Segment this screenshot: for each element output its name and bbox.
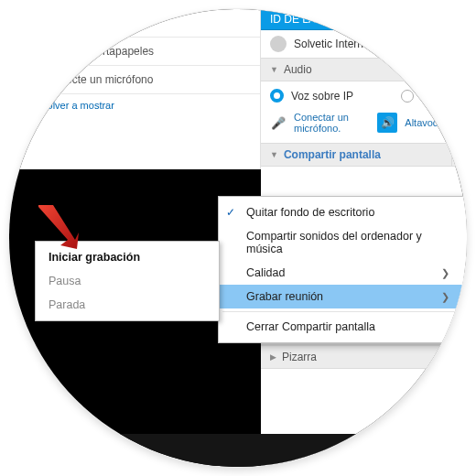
check-icon: ✓: [226, 206, 235, 219]
audio-devices-row: 🎤 Conectar un micrófono. 🔊 Altavoces ▾: [261, 108, 467, 143]
notification-item: …r en el portapapeles: [9, 38, 260, 66]
tray-chevron-icon[interactable]: ˄: [369, 444, 374, 457]
notification-item: Conecte un micrófono: [9, 66, 260, 94]
microphone-icon: 🎤: [270, 116, 287, 130]
menu-share-sounds[interactable]: Compartir sonidos del ordenador y música: [219, 224, 467, 261]
share-screen-header[interactable]: ▼ Compartir pantalla ⚙: [261, 143, 467, 167]
menu-separator: [222, 311, 466, 312]
tray-language[interactable]: ESP: [432, 444, 454, 457]
on-off-label: On: [450, 329, 462, 339]
gear-icon[interactable]: ⚙: [451, 144, 467, 166]
submenu-stop[interactable]: Parada: [36, 293, 219, 317]
chevron-right-icon: ▶: [270, 352, 276, 362]
speaker-button[interactable]: 🔊: [377, 113, 397, 133]
tray-monitor-icon[interactable]: 🖵: [385, 444, 396, 457]
notification-item: …ectrónico: [9, 9, 260, 38]
presenter-name: Solvetic Internet (Poner…: [294, 38, 419, 50]
footer-url[interactable]: www.te…: [261, 369, 467, 391]
connect-mic-link[interactable]: Conectar un micrófono.: [294, 112, 370, 134]
meeting-id-bar[interactable]: ID DE LA REU…: [261, 9, 467, 30]
menu-close-share[interactable]: Cerrar Compartir pantalla: [219, 315, 467, 339]
divider-pipe: |: [26, 100, 34, 111]
menu-record-meeting[interactable]: Grabar reunión ❯: [219, 285, 467, 308]
speakers-link[interactable]: Altavoces: [405, 117, 449, 128]
chevron-down-icon[interactable]: ▾: [458, 118, 462, 127]
windows-taskbar: ˄ 🖵 🔈 ESP: [9, 434, 467, 467]
phone-label: Teléfono: [421, 90, 462, 103]
presenter-row[interactable]: Solvetic Internet (Poner…: [261, 30, 467, 58]
chevron-down-icon: ▼: [270, 150, 278, 159]
chevron-right-icon: ❯: [441, 267, 449, 279]
circular-viewport: …ectrónico …r en el portapapeles Conecte…: [9, 9, 467, 467]
audio-section-header[interactable]: ▼ Audio: [261, 58, 467, 81]
menu-quality[interactable]: Calidad ❯: [219, 261, 467, 285]
do-not-show-link[interactable]: |o volver a mostrar: [9, 94, 260, 116]
avatar: [270, 36, 287, 52]
share-context-menu: ✓ Quitar fondo de escritorio Compartir s…: [218, 196, 467, 343]
menu-remove-background[interactable]: ✓ Quitar fondo de escritorio: [219, 200, 467, 224]
tray-volume-icon[interactable]: 🔈: [407, 444, 421, 457]
audio-mode-row: Voz sobre IP Teléfono: [261, 81, 467, 108]
chevron-down-icon: ▼: [270, 65, 278, 74]
whiteboard-section-header[interactable]: ▶ Pizarra: [261, 345, 467, 369]
notifications-pane: …ectrónico …r en el portapapeles Conecte…: [9, 9, 261, 169]
submenu-start-recording[interactable]: Iniciar grabación: [36, 245, 219, 269]
voip-label: Voz sobre IP: [291, 90, 394, 103]
radio-phone[interactable]: [401, 90, 414, 103]
radio-voip[interactable]: [270, 89, 284, 103]
submenu-pause[interactable]: Pausa: [36, 269, 219, 293]
chevron-right-icon: ❯: [441, 291, 449, 303]
record-submenu: Iniciar grabación Pausa Parada: [35, 241, 220, 321]
